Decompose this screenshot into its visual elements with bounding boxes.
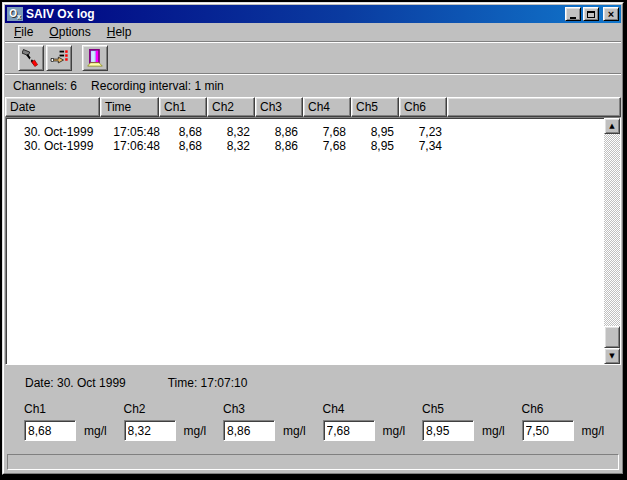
chevron-up-icon: ▲: [609, 123, 614, 130]
cell-ch2: 8,32: [208, 125, 256, 139]
window-title: SAIV Ox log: [26, 7, 562, 21]
table-row[interactable]: 30. Oct-1999 17:06:48 8,68 8,32 8,86 7,6…: [6, 139, 604, 153]
cell-ch1: 8,68: [160, 125, 208, 139]
ch4-value-input[interactable]: [323, 420, 375, 441]
status-bar: [7, 454, 619, 470]
column-header-ch2[interactable]: Ch2: [207, 97, 255, 117]
scroll-up-button[interactable]: ▲: [604, 118, 620, 134]
current-time-label: Time: 17:07:10: [168, 376, 248, 390]
cell-time: 17:05:48: [100, 125, 160, 139]
cell-ch6: 7,23: [400, 125, 448, 139]
screen-background: Ox SAIV Ox log × File Options Help: [0, 0, 627, 480]
current-date-label: Date: 30. Oct 1999: [25, 376, 126, 390]
ch6-value-input[interactable]: [522, 420, 574, 441]
channel-group-ch6: Ch6 mg/l: [522, 402, 622, 441]
channel-group-ch3: Ch3 mg/l: [223, 402, 323, 441]
menu-file[interactable]: File: [6, 24, 41, 41]
cell-ch3: 8,86: [256, 125, 304, 139]
cell-time: 17:06:48: [100, 139, 160, 153]
info-line: Channels: 6 Recording interval: 1 min: [5, 75, 621, 97]
record-pointer-icon: [50, 49, 68, 67]
settings-tools-icon: [22, 49, 40, 67]
column-header-time[interactable]: Time: [100, 97, 159, 117]
exit-door-icon: [86, 49, 104, 67]
close-button[interactable]: ×: [603, 7, 619, 21]
cell-ch6: 7,34: [400, 139, 448, 153]
cell-date: 30. Oct-1999: [6, 125, 100, 139]
window-controls: ×: [565, 7, 619, 21]
ch3-value-input[interactable]: [223, 420, 275, 441]
toolbar: [5, 43, 621, 73]
channel-readouts: Ch1 mg/l Ch2 mg/l Ch3: [5, 390, 621, 441]
column-header-date[interactable]: Date: [5, 97, 100, 117]
cell-ch5: 8,95: [352, 139, 400, 153]
ch5-value-input[interactable]: [422, 420, 474, 441]
chevron-down-icon: ▼: [609, 353, 614, 360]
menubar: File Options Help: [5, 23, 621, 41]
ch2-label: Ch2: [124, 402, 224, 416]
exit-button[interactable]: [82, 45, 108, 71]
current-readings-panel: Date: 30. Oct 1999 Time: 17:07:10 Ch1 mg…: [5, 365, 621, 451]
log-list[interactable]: 30. Oct-1999 17:05:48 8,68 8,32 8,86 7,6…: [5, 117, 621, 365]
table-header: Date Time Ch1 Ch2 Ch3 Ch4 Ch5 Ch6: [5, 97, 621, 117]
cell-date: 30. Oct-1999: [6, 139, 100, 153]
ch3-unit-label: mg/l: [283, 424, 306, 438]
cell-ch3: 8,86: [256, 139, 304, 153]
titlebar[interactable]: Ox SAIV Ox log ×: [5, 5, 621, 23]
settings-button[interactable]: [18, 45, 44, 71]
column-header-ch1[interactable]: Ch1: [159, 97, 207, 117]
ch1-label: Ch1: [24, 402, 124, 416]
ch6-label: Ch6: [522, 402, 622, 416]
ch2-value-input[interactable]: [124, 420, 176, 441]
recording-interval-label: Recording interval: 1 min: [91, 79, 224, 93]
ch6-unit-label: mg/l: [582, 424, 605, 438]
ch5-unit-label: mg/l: [482, 424, 505, 438]
column-header-ch6[interactable]: Ch6: [399, 97, 447, 117]
cell-ch5: 8,95: [352, 125, 400, 139]
current-datetime: Date: 30. Oct 1999 Time: 17:07:10: [5, 365, 621, 390]
scrollbar-thumb[interactable]: [604, 326, 620, 348]
minimize-button[interactable]: [565, 7, 581, 21]
channel-group-ch5: Ch5 mg/l: [422, 402, 522, 441]
ch4-label: Ch4: [323, 402, 423, 416]
cell-ch4: 7,68: [304, 125, 352, 139]
column-header-ch5[interactable]: Ch5: [351, 97, 399, 117]
cell-ch4: 7,68: [304, 139, 352, 153]
cell-ch1: 8,68: [160, 139, 208, 153]
menu-help[interactable]: Help: [99, 24, 140, 41]
channels-count-label: Channels: 6: [13, 79, 77, 93]
ox-app-icon: Ox: [7, 7, 23, 21]
scrollbar-track[interactable]: [604, 134, 620, 348]
app-window: Ox SAIV Ox log × File Options Help: [2, 2, 624, 475]
ch1-unit-label: mg/l: [84, 424, 107, 438]
ch3-label: Ch3: [223, 402, 323, 416]
ch1-value-input[interactable]: [24, 420, 76, 441]
ch2-unit-label: mg/l: [184, 424, 207, 438]
ch4-unit-label: mg/l: [383, 424, 406, 438]
scroll-down-button[interactable]: ▼: [604, 348, 620, 364]
channel-group-ch4: Ch4 mg/l: [323, 402, 423, 441]
log-rows: 30. Oct-1999 17:05:48 8,68 8,32 8,86 7,6…: [6, 118, 604, 364]
minimize-icon: [570, 17, 576, 19]
column-header-ch3[interactable]: Ch3: [255, 97, 303, 117]
record-button[interactable]: [46, 45, 72, 71]
column-header-filler: [447, 97, 621, 117]
table-row[interactable]: 30. Oct-1999 17:05:48 8,68 8,32 8,86 7,6…: [6, 125, 604, 139]
vertical-scrollbar[interactable]: ▲ ▼: [604, 118, 620, 364]
channel-group-ch1: Ch1 mg/l: [24, 402, 124, 441]
app-window-frame: Ox SAIV Ox log × File Options Help: [3, 3, 623, 474]
maximize-icon: [587, 11, 595, 18]
column-header-ch4[interactable]: Ch4: [303, 97, 351, 117]
cell-ch2: 8,32: [208, 139, 256, 153]
maximize-button[interactable]: [583, 7, 599, 21]
channel-group-ch2: Ch2 mg/l: [124, 402, 224, 441]
close-icon: ×: [608, 9, 614, 19]
ch5-label: Ch5: [422, 402, 522, 416]
menu-options[interactable]: Options: [41, 24, 98, 41]
